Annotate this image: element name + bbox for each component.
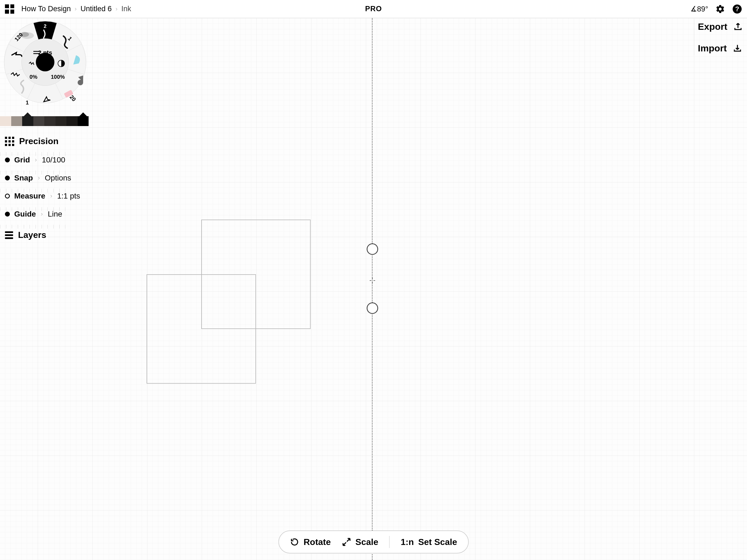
rotate-button[interactable]: Rotate — [290, 537, 331, 547]
toggle-dot-icon[interactable] — [5, 212, 10, 217]
precision-row-snap[interactable]: Snap › Options — [5, 174, 80, 182]
breadcrumb-tool[interactable]: Ink — [121, 5, 131, 13]
top-bar: How To Design › Untitled 6 › Ink PRO ∡89… — [0, 0, 747, 18]
color-swatch[interactable] — [44, 116, 55, 126]
vertical-guide[interactable] — [372, 18, 373, 560]
ratio-label: 1:n — [401, 537, 414, 547]
crosshair-icon — [370, 278, 375, 283]
stroke-size-label: 2 pts — [38, 49, 52, 56]
chevron-right-icon: › — [38, 175, 40, 182]
guide-handle[interactable] — [367, 244, 378, 255]
bottom-toolbar: Rotate Scale 1:n Set Scale — [278, 531, 469, 554]
layers-icon — [5, 231, 13, 239]
tool-wheel[interactable]: 2 2 pts 0% 100% — [3, 20, 87, 104]
angle-readout[interactable]: ∡89° — [690, 5, 708, 14]
export-button[interactable]: Export — [698, 21, 743, 32]
opacity-min-label: 0% — [29, 74, 37, 80]
grid-label: Grid — [14, 156, 30, 164]
chevron-right-icon: › — [41, 210, 43, 218]
separator — [389, 536, 390, 548]
chevron-right-icon: › — [50, 193, 52, 200]
io-panel: Export Import — [698, 21, 743, 54]
import-button[interactable]: Import — [698, 43, 743, 54]
segment-label: 1 — [26, 100, 29, 106]
svg-text:?: ? — [735, 5, 739, 12]
color-swatch[interactable] — [78, 116, 89, 126]
help-icon[interactable]: ? — [732, 4, 742, 14]
precision-header[interactable]: Precision — [5, 136, 80, 146]
scale-button[interactable]: Scale — [342, 537, 379, 547]
precision-panel: Precision Grid › 10/100 Snap › Options M… — [5, 136, 80, 240]
color-swatch[interactable] — [55, 116, 67, 126]
color-swatch[interactable] — [67, 116, 78, 126]
snap-value[interactable]: Options — [45, 174, 71, 182]
import-label: Import — [698, 43, 727, 54]
set-scale-label: Set Scale — [418, 537, 457, 547]
scale-label: Scale — [356, 537, 379, 547]
guide-label: Guide — [14, 210, 36, 219]
set-scale-button[interactable]: 1:n Set Scale — [401, 537, 457, 547]
color-swatch[interactable] — [11, 116, 22, 126]
guide-handle[interactable] — [367, 302, 378, 314]
measure-value[interactable]: 1:1 pts — [57, 192, 80, 200]
precision-title: Precision — [19, 136, 58, 146]
color-palette[interactable] — [0, 116, 88, 126]
shape-rect[interactable] — [201, 220, 311, 329]
drawing-canvas[interactable] — [0, 18, 747, 560]
chevron-right-icon: › — [115, 5, 118, 12]
toggle-dot-icon[interactable] — [5, 194, 10, 199]
grid-value[interactable]: 10/100 — [42, 156, 66, 164]
color-swatch[interactable] — [22, 116, 33, 126]
measure-label: Measure — [14, 192, 45, 200]
chevron-right-icon: › — [75, 5, 77, 12]
color-swatch[interactable] — [33, 116, 45, 126]
layers-header[interactable]: Layers — [5, 230, 80, 240]
opacity-max-label: 100% — [51, 74, 65, 80]
export-label: Export — [698, 21, 727, 32]
guide-value[interactable]: Line — [48, 210, 62, 219]
grid-dots-icon — [5, 137, 14, 146]
apps-icon[interactable] — [5, 4, 14, 14]
rotate-label: Rotate — [304, 537, 331, 547]
precision-row-grid[interactable]: Grid › 10/100 — [5, 156, 80, 164]
toggle-dot-icon[interactable] — [5, 157, 10, 162]
precision-row-measure[interactable]: Measure › 1:1 pts — [5, 192, 80, 200]
breadcrumb-doc[interactable]: Untitled 6 — [80, 5, 111, 13]
breadcrumb-root[interactable]: How To Design — [21, 5, 71, 13]
pen-size-indicator: 2 — [44, 24, 47, 29]
snap-label: Snap — [14, 174, 33, 182]
toggle-dot-icon[interactable] — [5, 176, 10, 180]
pro-badge[interactable]: PRO — [365, 5, 382, 13]
gear-icon[interactable] — [715, 4, 725, 14]
chevron-right-icon: › — [35, 156, 37, 163]
color-swatch[interactable] — [0, 116, 11, 126]
layers-title: Layers — [18, 230, 46, 240]
precision-row-guide[interactable]: Guide › Line — [5, 210, 80, 219]
